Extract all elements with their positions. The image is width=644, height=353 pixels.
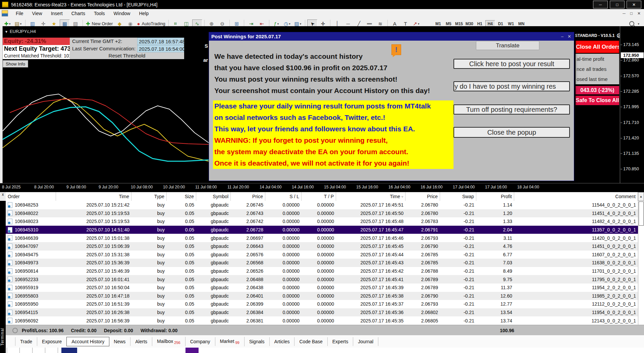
next-equity-target-label: Next Equity Target: 4739. — [3, 45, 70, 53]
table-row[interactable]: 1069559502025.07.10 16:51:39buy0.05gbpau… — [6, 300, 638, 308]
column-header-symbol[interactable]: Symbol — [196, 192, 231, 201]
table-row[interactable]: 1069522332025.07.10 16:01:41buy0.05gbpau… — [6, 275, 638, 283]
menu-item-tools[interactable]: Tools — [90, 10, 109, 17]
table-row[interactable]: 1069558032025.07.10 16:47:18buy0.05gbpau… — [6, 292, 638, 300]
why-post-button[interactable]: y do I have to post my winning res — [453, 81, 570, 91]
table-row[interactable]: 1069559192025.07.10 16:50:04buy0.05gbpau… — [6, 283, 638, 292]
time-tick-label: 18 Jul 04:00 — [517, 185, 539, 189]
chevron-down-icon[interactable]: ▾ — [638, 22, 639, 26]
chevron-down-icon[interactable]: ▾ — [20, 22, 22, 26]
child-minimize-icon[interactable]: ─ — [623, 11, 626, 16]
scrollbar-thumb[interactable] — [639, 202, 644, 226]
close-all-orders-button[interactable]: Close All Orders — [576, 41, 619, 53]
menu-item-charts[interactable]: Charts — [67, 10, 90, 17]
show-info-button[interactable]: Show Info — [3, 60, 28, 68]
column-header-type[interactable]: Type — [131, 192, 167, 201]
menu-item-window[interactable]: Window — [109, 10, 135, 17]
post-winnings-dialog: Post Winnings for 2025.07.17 – ✕ ! We ha… — [209, 32, 574, 181]
minimize-icon[interactable]: ─ — [593, 1, 608, 8]
tab-mailbox[interactable]: Mailbox256 — [152, 337, 185, 346]
price-tick-label: 171.710 — [623, 120, 639, 125]
popup-message-line: We have detected in today's account hist… — [214, 52, 363, 60]
collapse-triangle-icon[interactable]: ▼ — [5, 30, 8, 34]
price-tick-label: 172.860 — [623, 57, 639, 62]
popup-message-line: You must post your winning results with … — [214, 75, 397, 83]
table-row[interactable]: 1069480222025.07.10 15:19:53buy0.05gbpau… — [6, 209, 638, 218]
table-row[interactable]: 1069494752025.07.10 15:31:38buy0.05gbpau… — [6, 251, 638, 259]
column-header-profit[interactable]: Profit — [476, 192, 514, 201]
taskbar-app-button[interactable] — [61, 348, 77, 353]
column-header-tp[interactable]: T / P — [302, 192, 336, 201]
column-header-comment[interactable]: Comment — [514, 192, 638, 201]
scroll-up-icon[interactable]: ▲ — [638, 192, 644, 201]
search-icon[interactable] — [629, 21, 634, 26]
taskbar-app-button[interactable] — [185, 348, 199, 353]
dialog-title-bar[interactable]: Post Winnings for 2025.07.17 – ✕ — [209, 32, 574, 41]
tab-trade[interactable]: Trade — [15, 337, 37, 346]
table-row[interactable]: 1069453102025.07.10 14:51:40buy0.05gbpau… — [6, 226, 638, 234]
floating-loss-label: 043.03 (-23%) — [576, 86, 619, 94]
close-icon[interactable]: ✕ — [627, 1, 641, 8]
tab-alerts[interactable]: Alerts — [130, 337, 152, 346]
column-header-swap[interactable]: Swap — [440, 192, 476, 201]
table-scrollbar[interactable]: ▲ — [638, 192, 644, 335]
exclamation-icon: ! — [391, 44, 401, 55]
order-document-icon — [8, 318, 12, 323]
column-header-order[interactable]: Order — [6, 192, 56, 201]
time-tick-label: 17 Jul 16:00 — [485, 185, 507, 189]
mt4-application-window: 56162458: Exness-Real23 - Exness Technol… — [0, 0, 644, 353]
time-tick-label: 16 Jul 16:00 — [421, 185, 442, 189]
menu-item-view[interactable]: View — [28, 10, 47, 17]
dialog-minimize-icon[interactable]: – — [561, 34, 564, 39]
tab-market[interactable]: Market99 — [215, 337, 245, 346]
chevron-down-icon[interactable]: ▾ — [300, 22, 302, 26]
column-header-time[interactable]: Time — [56, 192, 131, 201]
time-tick-label: 9 Jul 08:00 — [66, 185, 86, 189]
table-row[interactable]: 1069541152025.07.10 16:26:38buy0.05gbpau… — [6, 308, 638, 317]
turn-off-posting-button[interactable]: Turn off posting requirements? — [453, 104, 570, 115]
reset-threshold-button[interactable]: Reset Threshold — [70, 52, 184, 59]
tab-account-history[interactable]: Account History — [66, 337, 109, 346]
tab-signals[interactable]: Signals — [245, 337, 270, 346]
column-header-time[interactable]: Time▿ — [336, 192, 406, 201]
tab-experts[interactable]: Experts — [328, 337, 353, 346]
column-header-price[interactable]: Price — [231, 192, 265, 201]
translate-button[interactable]: Translate — [476, 41, 539, 50]
terminal-close-icon[interactable]: x — [0, 192, 6, 201]
price-axis: 173.145172.860172.570172.285171.995171.7… — [620, 26, 644, 183]
table-row[interactable]: 1069466392025.07.10 15:01:38buy0.05gbpau… — [6, 234, 638, 242]
order-document-icon — [8, 235, 12, 241]
tab-journal[interactable]: Journal — [353, 337, 378, 346]
safe-to-close-all-button[interactable]: Safe To Close All — [576, 96, 619, 105]
column-header-price[interactable]: Price — [406, 192, 440, 201]
menu-item-help[interactable]: Help — [135, 10, 153, 17]
table-row[interactable]: 1069508142025.07.10 15:46:39buy0.05gbpau… — [6, 267, 638, 275]
tab-company[interactable]: Company — [185, 337, 215, 346]
tab-news[interactable]: News — [109, 337, 130, 346]
dialog-close-icon[interactable]: ✕ — [568, 34, 571, 39]
tab-exposure[interactable]: Exposure — [37, 337, 67, 346]
sad-face-icon: ☹ — [616, 33, 620, 38]
chevron-down-icon[interactable]: ▾ — [289, 22, 290, 26]
chevron-down-icon[interactable]: ▾ — [418, 22, 420, 26]
menu-item-insert[interactable]: Insert — [47, 10, 67, 17]
tab-code-base[interactable]: Code Base — [294, 337, 327, 346]
column-header-sl[interactable]: S / L — [265, 192, 302, 201]
order-document-icon — [8, 293, 12, 299]
table-row[interactable]: 1069470972025.07.10 15:06:39buy0.05gbpau… — [6, 242, 638, 251]
chevron-down-icon[interactable]: ▾ — [277, 22, 279, 26]
column-header-size[interactable]: Size — [167, 192, 196, 201]
chevron-down-icon[interactable]: ▾ — [9, 22, 11, 26]
time-axis: 8 Jul 20258 Jul 20:009 Jul 08:009 Jul 20… — [0, 183, 644, 190]
table-row[interactable]: 1069480232025.07.10 15:19:53buy0.05gbpau… — [6, 217, 638, 226]
menu-item-file[interactable]: File — [11, 10, 28, 17]
tab-articles[interactable]: Articles — [270, 337, 295, 346]
table-row[interactable]: 1069482532025.07.10 15:21:42buy0.05gbpau… — [6, 201, 638, 209]
child-restore-icon[interactable]: □ — [630, 11, 633, 16]
post-result-button[interactable]: Click here to post your result — [453, 59, 570, 69]
table-row[interactable]: 1069560922025.07.10 16:56:39buy0.05gbpau… — [6, 316, 638, 325]
close-popup-button[interactable]: Close the popup — [453, 127, 570, 138]
child-close-icon[interactable]: ✕ — [637, 11, 641, 16]
restore-icon[interactable]: □ — [610, 1, 625, 8]
table-row[interactable]: 1069499732025.07.10 15:36:39buy0.05gbpau… — [6, 259, 638, 267]
